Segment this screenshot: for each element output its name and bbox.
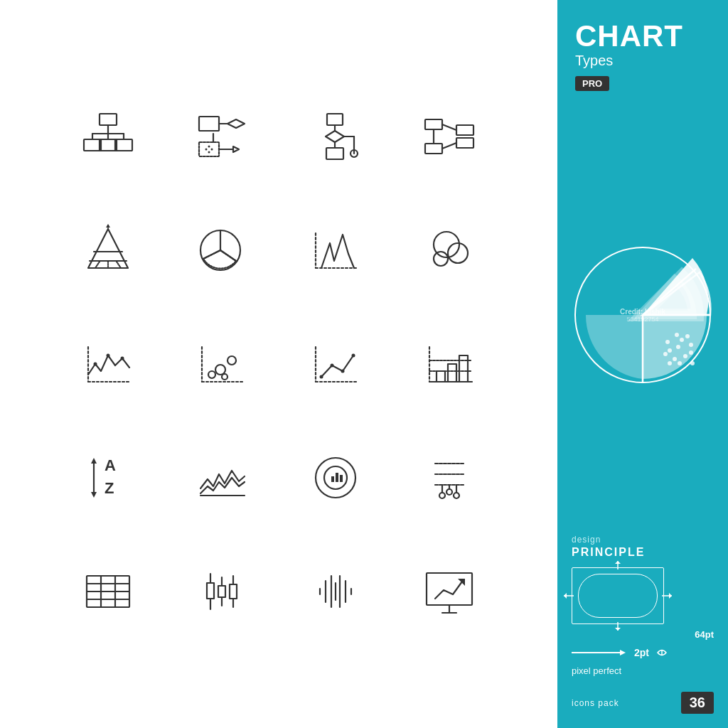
svg-rect-7	[100, 139, 117, 151]
svg-rect-24	[326, 148, 343, 159]
svg-rect-86	[340, 475, 343, 482]
icons-pack-number: 36	[681, 692, 714, 714]
svg-text:A: A	[105, 456, 116, 474]
svg-point-129	[683, 354, 687, 358]
icon-cell-area	[51, 307, 165, 421]
svg-marker-19	[233, 146, 239, 152]
svg-line-38	[95, 262, 100, 268]
svg-point-128	[668, 348, 672, 353]
svg-rect-0	[100, 114, 117, 125]
svg-rect-13	[199, 142, 219, 156]
svg-marker-42	[106, 224, 110, 228]
design-principle-diagram: 64pt	[572, 567, 714, 624]
svg-line-33	[442, 143, 456, 149]
svg-point-65	[320, 375, 323, 379]
icon-cell-presentation	[392, 535, 506, 648]
svg-marker-148	[669, 593, 672, 599]
svg-point-137	[689, 350, 693, 355]
icon-cell-wave-area	[165, 421, 279, 535]
svg-point-68	[352, 354, 355, 358]
svg-marker-77	[91, 458, 97, 464]
svg-point-90	[439, 493, 445, 498]
icon-cell-entity-relation	[392, 80, 506, 193]
pixel-perfect-label: pixel perfect	[572, 665, 714, 676]
icon-cell-pie	[165, 193, 279, 307]
dimension-label: 64pt	[695, 629, 714, 640]
svg-point-136	[675, 333, 679, 337]
svg-marker-142	[615, 561, 621, 564]
svg-point-56	[121, 357, 124, 360]
svg-rect-73	[437, 371, 445, 382]
icon-cell-sort-az: A Z	[51, 421, 165, 535]
svg-point-135	[663, 352, 668, 356]
svg-marker-146	[564, 593, 567, 599]
svg-point-66	[331, 364, 334, 368]
svg-rect-9	[199, 117, 219, 131]
svg-point-138	[678, 361, 682, 365]
stroke-section: 2pt	[572, 646, 714, 660]
svg-point-16	[208, 146, 210, 148]
svg-rect-106	[218, 586, 225, 597]
svg-point-15	[211, 149, 213, 151]
svg-point-54	[94, 363, 97, 366]
svg-point-130	[673, 357, 677, 361]
svg-point-140	[690, 361, 695, 365]
svg-rect-74	[448, 364, 456, 382]
sidebar-top: CHART Types PRO	[557, 0, 728, 105]
svg-line-32	[442, 124, 456, 130]
svg-rect-6	[84, 139, 101, 151]
svg-rect-109	[230, 584, 237, 599]
svg-point-131	[680, 338, 684, 342]
svg-line-40	[117, 262, 121, 268]
svg-point-134	[685, 334, 690, 338]
icon-cell-candlestick	[165, 535, 279, 648]
sidebar: CHART Types PRO	[557, 0, 728, 728]
icon-cell-spike	[279, 193, 392, 307]
svg-point-51	[434, 252, 448, 266]
icon-cell-decision-flow	[279, 80, 392, 193]
svg-point-61	[228, 356, 236, 365]
svg-point-132	[689, 343, 693, 347]
svg-point-50	[448, 243, 468, 263]
svg-rect-30	[456, 125, 473, 135]
svg-point-59	[208, 371, 215, 378]
svg-rect-103	[207, 583, 214, 599]
svg-point-67	[341, 370, 345, 373]
svg-point-91	[446, 489, 452, 495]
sidebar-pie-section: Credit: lushik 534192754	[557, 105, 728, 524]
icon-cell-line	[279, 307, 392, 421]
svg-point-17	[208, 151, 210, 154]
icon-cell-process-flow	[165, 80, 279, 193]
svg-rect-31	[456, 138, 473, 148]
icons-grid: A Z	[51, 80, 506, 648]
icons-pack-section: icons pack 36	[572, 685, 714, 714]
svg-point-55	[107, 354, 110, 358]
svg-point-14	[205, 149, 208, 151]
svg-rect-8	[115, 139, 132, 151]
svg-marker-78	[91, 492, 97, 498]
chart-subtitle: Types	[575, 53, 710, 69]
icons-pack-label: icons pack	[572, 698, 619, 708]
icon-cell-bubble	[392, 193, 506, 307]
principle-title: PRINCIPLE	[572, 546, 714, 559]
svg-point-133	[665, 340, 670, 344]
icon-cell-hierarchy	[51, 80, 165, 193]
svg-rect-20	[327, 114, 343, 125]
icon-cell-table	[51, 535, 165, 648]
svg-rect-84	[331, 476, 334, 482]
sidebar-bottom: design PRINCIPLE	[557, 524, 728, 728]
svg-marker-22	[326, 131, 344, 142]
svg-point-92	[454, 493, 459, 498]
icon-cell-donut	[279, 421, 392, 535]
pro-badge: PRO	[575, 76, 609, 91]
svg-point-127	[676, 345, 680, 349]
svg-rect-75	[459, 355, 468, 382]
svg-marker-150	[620, 650, 626, 655]
svg-point-62	[222, 374, 228, 380]
svg-rect-85	[336, 473, 338, 482]
svg-point-139	[668, 361, 672, 365]
main-content: A Z	[0, 0, 557, 728]
svg-text:Z: Z	[105, 479, 114, 497]
chart-title: CHART	[575, 21, 710, 51]
svg-marker-144	[615, 628, 621, 631]
